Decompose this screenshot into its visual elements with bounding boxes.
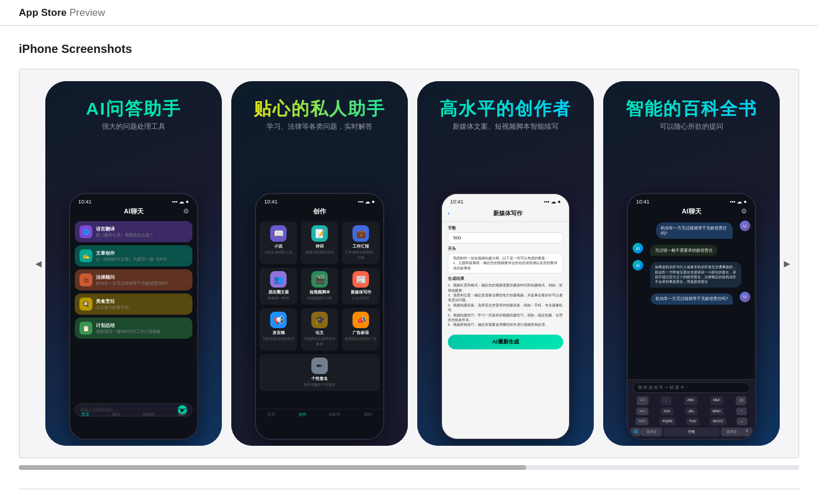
creation-item-report[interactable]: 💼 工作汇报 工作成果写成周报、日报 [342,222,380,264]
tab-ai[interactable]: AI创作 [143,412,155,418]
creation-item-ad[interactable]: 📣 广告标语 检索商品描述的广告 [342,308,380,351]
opening-text[interactable]: 我想制作一份短视频拍摄大纲，以下是一些可以考虑的要素：1、主题和故事线：确定您的… [448,253,563,273]
phone3-header: ‹ 新媒体写作 [442,206,569,222]
novel-icon: 📖 [270,225,287,242]
kbd-punct[interactable]: ： [661,396,671,405]
input-bar: 我 你 这 在 不 一 好 是 今 〉 [628,379,755,395]
poetry-icon: 📝 [311,225,328,242]
creation-item-media[interactable]: 📰 新媒体写作 公众号写作 [342,268,380,305]
back-arrow-icon[interactable]: ‹ [448,211,450,216]
phone3-title-area: 高水平的创作者 新媒体文案、短视频脚本智能续写 [417,99,594,132]
creation-item-paper[interactable]: 🎓 论文 为您的论文提供写作参考 [301,308,338,351]
phone2-inner: 10:41 ▪▪▪ ☁ ● 创作 📖 小说 为您生成精彩小说 📝 [255,193,384,440]
chat-item-translate[interactable]: 🌐 语言翻译 把《撕开心灵》用英语怎么说？ › [75,221,192,242]
kbd-jkl[interactable]: JKL [685,408,697,415]
phone4-main-title: 智能的百科全书 [603,99,780,118]
chat-text-cook: 美食烹饪 怎么做小炒黄牛肉 [96,298,182,311]
chat-item-write[interactable]: ✍ 文章创作 以《妈妈的长文案》为题写一篇~500字... › [75,245,192,266]
phone4-status-bar: 10:41 ▪▪▪ ☁ ● [628,194,755,206]
kbd-backspace[interactable]: ⌫ [736,396,746,405]
report-icon: 💼 [353,225,369,242]
phone1-main-title: AI问答助手 [45,99,222,118]
user-bubble-1: 机动车一方无过错就等于无赔偿责任吗? [656,222,733,239]
phone2-title-area: 贴心的私人助手 学习、法律等各类问题，实时解答 [231,99,408,132]
kbd-def[interactable]: DEF [710,396,723,405]
tab2-ai[interactable]: AI创作 [329,412,341,418]
cook-icon: 🍳 [79,298,92,311]
signal: ▪▪▪ ☁ ● [172,199,189,205]
message-input[interactable]: 我 你 这 在 不 一 好 是 今 〉 [633,382,750,393]
speech-icon: 📢 [270,312,287,328]
user-avatar-2: U [740,292,750,302]
regenerate-button[interactable]: AI重新生成 [448,335,563,349]
phone4-subtitle: 可以随心所欲的提问 [603,122,780,132]
phone1-title-area: AI问答助手 强大的问题处理工具 [45,99,222,132]
ai-bubble-1: 无过错一般不需要承担赔偿责任 [650,245,717,256]
result-text: 2、视频长度和格式：确定您的视频需要的播放时间和拍摄格式，例如：竖屏或横屏。 3… [448,283,563,328]
chat-title: AI聊天 [124,207,144,216]
kbd-mno[interactable]: MNO [710,408,724,415]
result-label: 生成结果 [448,276,563,282]
phone3-subtitle: 新媒体文案、短视频脚本智能续写 [417,122,594,132]
scroll-thumb [19,465,526,470]
translate-icon: 🌐 [79,225,92,238]
kbd-tuv[interactable]: TUV [686,418,699,425]
word-count-input[interactable]: 500 [448,232,563,243]
tab2-mine[interactable]: 我的 [364,412,372,418]
kbd-pqrs[interactable]: PQRS [660,418,676,425]
phone4-inner: 10:41 ▪▪▪ ☁ ● AI聊天 ⚙ U 机动车一方无过错就等于无赔偿责任吗… [627,193,756,440]
kbd-globe[interactable]: 🌐 [630,428,641,436]
phone3-inner: 10:41 ▪▪▪ ☁ ● ‹ 新媒体写作 字数 500 开头 我想制作一份短视… [441,193,570,440]
kbd-pinyin[interactable]: 选拼音 [641,428,662,436]
screenshots-row: AI问答助手 强大的问题处理工具 10:41 ▪▪▪ ☁ ● AI聊天 ⚙ 🌐 [45,81,780,446]
ai-message-2: AI 如果是机动车与行人或者非机动车发生交通事故的，机动车一方即使无责任也需承担… [633,260,750,289]
user-message-1: U 机动车一方无过错就等于无赔偿责任吗? [633,221,750,241]
kbd-123[interactable]: 123 [637,396,649,405]
scroll-track[interactable] [19,465,799,470]
screenshots-scroll-area: ◀ AI问答助手 强大的问题处理工具 10:41 ▪▪▪ ☁ ● AI聊天 ⚙ [19,69,799,458]
creation-item-novel[interactable]: 📖 小说 为您生成精彩小说 [260,222,297,264]
scroll-left-arrow[interactable]: ◀ [31,256,45,271]
tab-home[interactable]: 首页 [81,412,89,418]
plan-icon: 📋 [79,322,92,335]
media-icon: 📰 [353,271,369,288]
signal3: ▪▪▪ ☁ ● [544,199,561,205]
kbd-sym[interactable]: #&√ [636,408,649,415]
kbd-abc2[interactable]: ABC [636,418,649,425]
kbd-shift[interactable]: ⌃ [736,408,747,415]
kbd-enter[interactable]: ↩ [737,418,747,425]
creation-item-moments[interactable]: 👥 朋友圈文案 每每都一样的 [260,268,297,305]
chat-item-plan[interactable]: 📋 计划总结 请给我写一篇500字的工作汇报模板 › [75,318,192,339]
kbd-voice[interactable]: 选拼音 [721,428,742,436]
creation-item-speech[interactable]: 📢 发言稿 为您准备演讲的发言 [260,308,297,351]
kbd-mic[interactable]: 🎙 [742,428,753,436]
kbd-wxyz[interactable]: WXYZ [710,418,726,425]
signal2: ▪▪▪ ☁ ● [358,199,375,205]
phone-card-1: AI问答助手 强大的问题处理工具 10:41 ▪▪▪ ☁ ● AI聊天 ⚙ 🌐 [45,81,222,446]
kbd-ghi[interactable]: GHI [661,408,673,415]
creation-item-poetry[interactable]: 📝 诗词 智能为您撰写诗词 [301,222,338,264]
chat-text-write: 文章创作 以《妈妈的长文案》为题写一篇~500字... [96,250,182,262]
word-count-label: 字数 [448,225,563,231]
law-icon: ⚖ [79,273,92,286]
tab2-home[interactable]: 首页 [267,412,275,418]
chat-text-translate: 语言翻译 把《撕开心灵》用英语怎么说？ [96,226,182,238]
creation-item-signature[interactable]: ✒ 个性签名 制作有趣的个性签名 [260,354,380,391]
chat-item-cook[interactable]: 🍳 美食烹饪 怎么做小炒黄牛肉 › [75,293,192,315]
time4: 10:41 [636,199,650,205]
phone1-subtitle: 强大的问题处理工具 [45,122,222,132]
settings-icon-4[interactable]: ⚙ [741,208,747,215]
time3: 10:41 [450,199,464,205]
tab-mine[interactable]: 我的 [178,412,186,418]
kbd-space[interactable]: 空格 [663,428,720,436]
kbd-abc[interactable]: ABC [684,396,697,405]
phone1-chat-header: AI聊天 ⚙ [70,206,197,218]
phone4-chat-header: AI聊天 ⚙ [628,206,755,218]
settings-icon[interactable]: ⚙ [183,208,189,215]
creation-item-video[interactable]: 🎬 短视频脚本 短视频脚本大纲 [301,268,338,305]
chat-item-law[interactable]: ⚖ 法律顾问 机动车一方无过错就等于无赔偿责任吗? › [75,269,192,291]
tab-chat[interactable]: 聊天 [112,412,121,418]
scroll-right-arrow[interactable]: ▶ [780,256,794,271]
tab2-creation[interactable]: 创作 [298,412,307,418]
ai-avatar-1: AI [633,243,643,253]
